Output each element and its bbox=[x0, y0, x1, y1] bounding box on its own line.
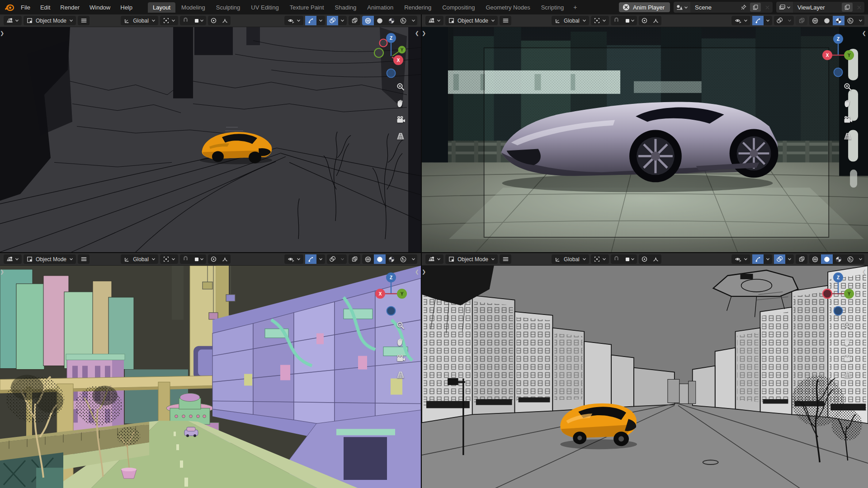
tab-sculpting[interactable]: Sculpting bbox=[211, 2, 245, 13]
shading-rendered-button[interactable] bbox=[844, 16, 856, 25]
show-overlays-toggle[interactable] bbox=[327, 16, 338, 25]
shading-material-button[interactable] bbox=[386, 16, 397, 25]
grid-ortho-icon[interactable] bbox=[396, 370, 406, 380]
sidebar-toggle[interactable]: ❮ bbox=[415, 31, 419, 36]
shading-rendered-button[interactable] bbox=[397, 254, 409, 264]
object-visibility-dropdown[interactable] bbox=[284, 254, 303, 264]
editor-type-button[interactable] bbox=[425, 16, 443, 25]
zoom-tool-icon[interactable] bbox=[396, 82, 406, 92]
shading-solid-button[interactable] bbox=[821, 254, 833, 264]
pan-hand-icon[interactable] bbox=[843, 337, 853, 347]
show-gizmo-toggle[interactable] bbox=[752, 16, 764, 25]
header-menu-button[interactable] bbox=[500, 16, 511, 25]
viewport-canvas-rendered-car[interactable]: Z X Y ❮ ❯ bbox=[422, 27, 868, 252]
gizmo-dropdown[interactable] bbox=[764, 16, 772, 25]
overlays-dropdown[interactable] bbox=[338, 16, 347, 25]
toolbar-toggle[interactable]: ❯ bbox=[0, 31, 4, 36]
toolbar-toggle[interactable]: ❯ bbox=[422, 31, 426, 36]
proportional-editing-toggle[interactable] bbox=[208, 16, 219, 25]
header-menu-button[interactable] bbox=[500, 254, 511, 264]
xray-toggle[interactable] bbox=[796, 254, 807, 264]
sidebar-toggle[interactable]: ❮ bbox=[862, 269, 866, 274]
camera-view-icon[interactable] bbox=[843, 115, 853, 125]
proportional-editing-toggle[interactable] bbox=[208, 254, 219, 264]
menu-window[interactable]: Window bbox=[85, 3, 115, 12]
viewport-canvas-lineart-city[interactable]: Z Y ❮ ❯ bbox=[422, 266, 868, 488]
shading-wireframe-button[interactable] bbox=[362, 16, 374, 25]
tab-scripting[interactable]: Scripting bbox=[536, 2, 569, 13]
shading-wireframe-button[interactable] bbox=[809, 254, 821, 264]
mode-dropdown[interactable]: Object Mode bbox=[24, 254, 76, 264]
editor-type-button[interactable] bbox=[4, 254, 22, 264]
pan-hand-icon[interactable] bbox=[396, 99, 406, 108]
scene-browse-button[interactable] bbox=[674, 2, 690, 13]
grid-ortho-icon[interactable] bbox=[396, 131, 406, 141]
overlays-dropdown[interactable] bbox=[338, 254, 347, 264]
shading-solid-button[interactable] bbox=[374, 16, 386, 25]
zoom-tool-icon[interactable] bbox=[396, 321, 406, 331]
pan-hand-icon[interactable] bbox=[396, 337, 406, 347]
shading-solid-button[interactable] bbox=[374, 254, 386, 264]
scene-new-button[interactable] bbox=[750, 3, 761, 12]
xray-toggle[interactable] bbox=[796, 16, 807, 25]
show-gizmo-toggle[interactable] bbox=[305, 254, 316, 264]
viewport-canvas-wireframe-city[interactable]: Z X Y ❮ ❯ bbox=[0, 27, 421, 252]
gizmo-dropdown[interactable] bbox=[764, 254, 772, 264]
pivot-point-dropdown[interactable] bbox=[160, 16, 178, 25]
toolbar-toggle[interactable]: ❯ bbox=[0, 269, 4, 274]
shading-dropdown[interactable] bbox=[856, 19, 864, 23]
blender-logo-menu[interactable] bbox=[4, 2, 15, 12]
object-visibility-dropdown[interactable] bbox=[731, 254, 750, 264]
snap-toggle[interactable] bbox=[611, 16, 622, 25]
shading-wireframe-button[interactable] bbox=[362, 254, 374, 264]
header-menu-button[interactable] bbox=[78, 16, 90, 25]
proportional-falloff-dropdown[interactable] bbox=[650, 254, 661, 264]
overlays-dropdown[interactable] bbox=[785, 16, 794, 25]
transform-orientation-dropdown[interactable]: Global bbox=[552, 16, 589, 25]
sidebar-toggle[interactable]: ❮ bbox=[415, 269, 419, 274]
toolbar-toggle[interactable]: ❯ bbox=[422, 269, 426, 274]
view-layer-browse-button[interactable] bbox=[776, 2, 793, 13]
editor-type-button[interactable] bbox=[425, 254, 443, 264]
mode-dropdown[interactable]: Object Mode bbox=[445, 254, 498, 264]
show-overlays-toggle[interactable] bbox=[774, 254, 785, 264]
gizmo-dropdown[interactable] bbox=[316, 16, 325, 25]
gizmo-dropdown[interactable] bbox=[316, 254, 325, 264]
camera-view-icon[interactable] bbox=[843, 353, 853, 363]
snap-settings-dropdown[interactable] bbox=[191, 16, 206, 25]
transform-orientation-dropdown[interactable]: Global bbox=[121, 16, 158, 25]
xray-toggle[interactable] bbox=[349, 16, 360, 25]
object-visibility-dropdown[interactable] bbox=[731, 16, 750, 25]
shading-dropdown[interactable] bbox=[856, 257, 864, 261]
tab-animation[interactable]: Animation bbox=[362, 2, 398, 13]
navigation-gizmo[interactable]: Z X Y bbox=[820, 32, 856, 79]
shading-dropdown[interactable] bbox=[409, 19, 417, 23]
tab-geometry-nodes[interactable]: Geometry Nodes bbox=[481, 2, 535, 13]
shading-material-button[interactable] bbox=[833, 254, 844, 264]
add-workspace-button[interactable]: + bbox=[570, 3, 580, 12]
navigation-gizmo[interactable]: Z X Y bbox=[373, 32, 409, 79]
snap-settings-dropdown[interactable] bbox=[191, 254, 206, 264]
overlays-dropdown[interactable] bbox=[785, 254, 794, 264]
scene-pin-button[interactable] bbox=[738, 2, 749, 13]
tab-uv-editing[interactable]: UV Editing bbox=[246, 2, 283, 13]
menu-help[interactable]: Help bbox=[116, 3, 137, 12]
view-layer-name[interactable]: ViewLayer bbox=[793, 4, 841, 11]
pivot-point-dropdown[interactable] bbox=[591, 16, 609, 25]
tab-compositing[interactable]: Compositing bbox=[437, 2, 480, 13]
object-visibility-dropdown[interactable] bbox=[284, 16, 303, 25]
shading-material-button[interactable] bbox=[386, 254, 397, 264]
tab-texture-paint[interactable]: Texture Paint bbox=[285, 2, 329, 13]
zoom-tool-icon[interactable] bbox=[843, 321, 853, 331]
tab-layout[interactable]: Layout bbox=[148, 2, 175, 13]
grid-ortho-icon[interactable] bbox=[843, 370, 853, 380]
show-gizmo-toggle[interactable] bbox=[305, 16, 316, 25]
proportional-falloff-dropdown[interactable] bbox=[219, 16, 231, 25]
snap-settings-dropdown[interactable] bbox=[622, 254, 637, 264]
tab-modeling[interactable]: Modeling bbox=[176, 2, 210, 13]
proportional-editing-toggle[interactable] bbox=[639, 254, 650, 264]
zoom-tool-icon[interactable] bbox=[843, 82, 853, 92]
menu-file[interactable]: File bbox=[16, 3, 35, 12]
view-layer-new-button[interactable] bbox=[842, 3, 853, 12]
mode-dropdown[interactable]: Object Mode bbox=[24, 16, 76, 25]
